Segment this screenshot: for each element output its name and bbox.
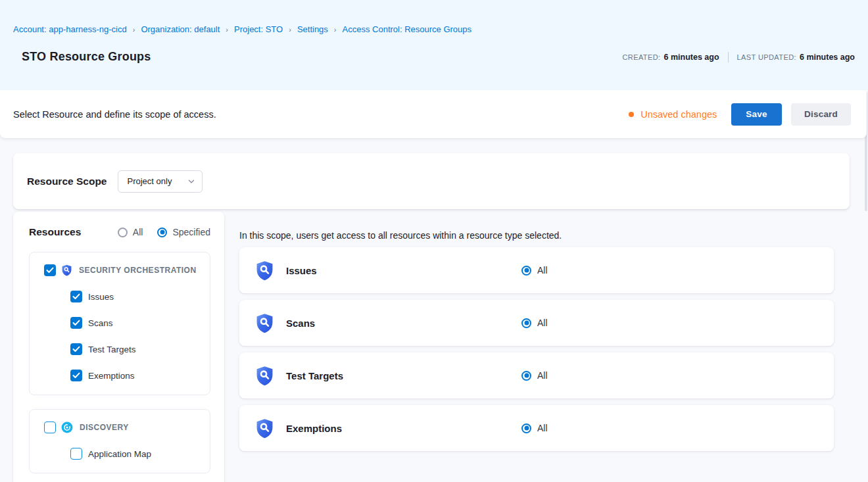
scans-checkbox[interactable] bbox=[70, 317, 82, 329]
breadcrumb-link-project[interactable]: Project: STO bbox=[234, 24, 283, 34]
breadcrumb-link-settings[interactable]: Settings bbox=[297, 24, 328, 34]
check-icon bbox=[46, 267, 54, 274]
access-radio-all[interactable]: All bbox=[521, 265, 548, 276]
access-all-label: All bbox=[537, 423, 548, 433]
discovery-checkbox[interactable] bbox=[44, 422, 56, 433]
resources-radio-specified[interactable]: Specified bbox=[157, 227, 210, 237]
exemptions-checkbox[interactable] bbox=[70, 370, 82, 381]
resource-card-title: Issues bbox=[286, 265, 317, 276]
created-label: CREATED: bbox=[623, 53, 661, 61]
save-button[interactable]: Save bbox=[731, 103, 781, 126]
breadcrumb: Account: app-harness-ng-cicd › Organizat… bbox=[13, 0, 855, 34]
vertical-scrollbar[interactable] bbox=[865, 91, 867, 482]
scope-instruction-text: In this scope, users get access to all r… bbox=[239, 230, 834, 241]
unsaved-dot-icon bbox=[629, 112, 634, 117]
test-targets-label: Test Targets bbox=[88, 345, 136, 354]
resource-item-exemptions: Exemptions bbox=[70, 370, 201, 381]
radio-specified-label: Specified bbox=[172, 227, 210, 237]
resource-item-application-map: Application Map bbox=[70, 448, 201, 460]
breadcrumb-link-account[interactable]: Account: app-harness-ng-cicd bbox=[13, 24, 127, 34]
breadcrumb-link-organization[interactable]: Organization: default bbox=[141, 24, 220, 34]
sto-shield-icon bbox=[255, 366, 274, 386]
radio-all-label: All bbox=[133, 227, 143, 237]
resource-scope-card: Resource Scope Project only bbox=[13, 153, 850, 209]
action-toolbar: Select Resource and define its scope of … bbox=[0, 90, 867, 138]
last-updated-value: 6 minutes ago bbox=[800, 53, 855, 62]
unsaved-changes-label: Unsaved changes bbox=[640, 109, 717, 120]
application-map-label: Application Map bbox=[88, 449, 151, 459]
breadcrumb-separator-icon: › bbox=[289, 26, 291, 34]
resource-scope-label: Resource Scope bbox=[27, 176, 107, 187]
issues-label: Issues bbox=[88, 292, 114, 302]
resource-type-card-scans: Scans All bbox=[239, 300, 834, 346]
resource-item-scans: Scans bbox=[70, 317, 201, 329]
access-all-label: All bbox=[537, 265, 548, 276]
resource-type-card-test-targets: Test Targets All bbox=[239, 352, 834, 398]
resource-type-card-exemptions: Exemptions All bbox=[239, 405, 834, 451]
breadcrumb-separator-icon: › bbox=[334, 26, 337, 34]
resources-panel-title: Resources bbox=[29, 226, 81, 238]
unsaved-changes-indicator: Unsaved changes bbox=[629, 109, 717, 120]
meta-divider bbox=[728, 52, 729, 62]
breadcrumb-separator-icon: › bbox=[226, 26, 228, 34]
page-title: STO Resource Groups bbox=[22, 50, 151, 64]
breadcrumb-separator-icon: › bbox=[133, 26, 135, 34]
discovery-label: DISCOVERY bbox=[80, 423, 129, 432]
discard-button[interactable]: Discard bbox=[791, 103, 851, 126]
resource-group-security-orchestration: SECURITY ORCHESTRATION Issues Scans Test… bbox=[29, 252, 210, 395]
resources-panel: Resources All Specified bbox=[13, 212, 224, 482]
chevron-down-icon bbox=[188, 178, 195, 185]
application-map-checkbox[interactable] bbox=[70, 448, 82, 460]
discovery-icon bbox=[61, 422, 73, 433]
resource-card-title: Scans bbox=[286, 318, 315, 329]
radio-selected-icon[interactable] bbox=[521, 371, 531, 381]
resource-card-title: Test Targets bbox=[286, 370, 343, 381]
scans-label: Scans bbox=[88, 318, 113, 328]
check-icon bbox=[72, 346, 80, 352]
sto-shield-icon bbox=[255, 260, 274, 281]
resource-type-card-issues: Issues All bbox=[239, 247, 834, 293]
test-targets-checkbox[interactable] bbox=[70, 343, 82, 355]
resource-item-test-targets: Test Targets bbox=[70, 343, 201, 355]
check-icon bbox=[72, 372, 80, 379]
radio-unselected-icon[interactable] bbox=[118, 228, 128, 237]
scope-access-area: In this scope, users get access to all r… bbox=[239, 230, 834, 451]
resource-scope-selected-value: Project only bbox=[127, 176, 172, 186]
page-header: Account: app-harness-ng-cicd › Organizat… bbox=[0, 0, 868, 90]
resource-scope-dropdown[interactable]: Project only bbox=[118, 170, 203, 193]
access-radio-all[interactable]: All bbox=[521, 318, 548, 328]
access-all-label: All bbox=[537, 370, 548, 381]
resource-item-issues: Issues bbox=[70, 291, 201, 302]
sto-shield-icon bbox=[61, 264, 72, 276]
exemptions-label: Exemptions bbox=[88, 371, 135, 381]
timestamps: CREATED: 6 minutes ago LAST UPDATED: 6 m… bbox=[623, 52, 855, 62]
check-icon bbox=[72, 320, 80, 326]
issues-checkbox[interactable] bbox=[70, 291, 82, 302]
content-area: Resource Scope Project only Resources Al… bbox=[0, 138, 868, 482]
resource-group-discovery: DISCOVERY Application Map bbox=[29, 409, 210, 473]
resources-radio-all[interactable]: All bbox=[118, 227, 143, 237]
sto-shield-icon bbox=[255, 313, 274, 333]
access-radio-all[interactable]: All bbox=[521, 423, 548, 433]
breadcrumb-link-resource-groups[interactable]: Access Control: Resource Groups bbox=[343, 24, 472, 34]
check-icon bbox=[72, 293, 80, 300]
radio-selected-icon[interactable] bbox=[157, 228, 167, 237]
access-all-label: All bbox=[537, 318, 548, 328]
security-orchestration-label: SECURITY ORCHESTRATION bbox=[79, 266, 197, 275]
toolbar-description: Select Resource and define its scope of … bbox=[13, 109, 216, 120]
radio-selected-icon[interactable] bbox=[521, 318, 531, 328]
radio-selected-icon[interactable] bbox=[521, 266, 531, 276]
sto-shield-icon bbox=[255, 418, 274, 439]
last-updated-label: LAST UPDATED: bbox=[737, 53, 796, 61]
access-radio-all[interactable]: All bbox=[521, 370, 548, 381]
security-orchestration-checkbox[interactable] bbox=[44, 264, 56, 276]
created-value: 6 minutes ago bbox=[664, 53, 719, 62]
radio-selected-icon[interactable] bbox=[521, 423, 531, 433]
resource-card-title: Exemptions bbox=[286, 423, 342, 434]
